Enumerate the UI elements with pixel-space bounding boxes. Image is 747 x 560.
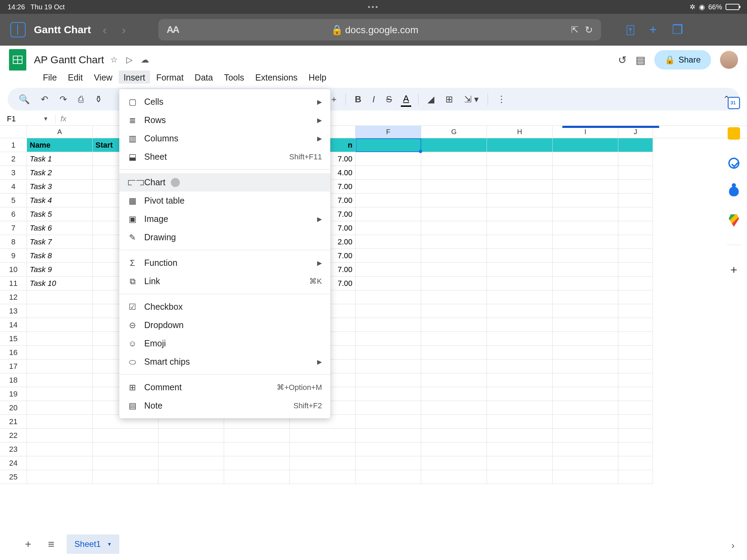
cell[interactable] [553, 360, 618, 373]
menu-file[interactable]: File [38, 71, 62, 84]
cell[interactable] [618, 180, 653, 194]
insert-menu-checkbox[interactable]: ☑Checkbox [119, 298, 330, 316]
cell[interactable] [93, 456, 158, 470]
cell[interactable] [356, 401, 421, 415]
cell[interactable] [487, 207, 553, 221]
cell[interactable] [553, 456, 618, 470]
row-header[interactable]: 9 [0, 249, 27, 263]
undo-icon[interactable]: ↶ [39, 93, 50, 106]
cell[interactable] [356, 290, 421, 304]
cell[interactable] [356, 277, 421, 290]
insert-menu-function[interactable]: ΣFunction▶ [119, 254, 330, 272]
text-size-button[interactable]: AA [167, 24, 178, 35]
cell[interactable] [487, 373, 553, 387]
spreadsheet-grid[interactable]: ABCDEFGHIJ 1NameStartn2Task 17.003Task 2… [0, 126, 747, 484]
cell[interactable] [618, 277, 653, 290]
insert-menu-chart[interactable]: ⫍⫎Chart [119, 173, 330, 192]
insert-menu-smart-chips[interactable]: ⬭Smart chips▶ [119, 353, 330, 371]
row-header[interactable]: 10 [0, 263, 27, 277]
row-header[interactable]: 17 [0, 360, 27, 373]
cell[interactable] [27, 346, 93, 360]
cell[interactable] [356, 180, 421, 194]
cell[interactable]: Task 6 [27, 221, 93, 235]
cell[interactable] [27, 373, 93, 387]
cell[interactable] [421, 373, 487, 387]
cell[interactable] [27, 470, 93, 484]
cell[interactable] [487, 387, 553, 401]
cell[interactable] [487, 304, 553, 318]
insert-menu-link[interactable]: ⧉Link⌘K [119, 272, 330, 290]
insert-menu-columns[interactable]: ▥Columns▶ [119, 129, 330, 148]
star-icon[interactable]: ☆ [110, 55, 118, 65]
insert-menu-sheet[interactable]: ⬓SheetShift+F11 [119, 148, 330, 166]
cell[interactable] [487, 346, 553, 360]
cell[interactable] [618, 235, 653, 249]
row-header[interactable]: 11 [0, 277, 27, 290]
cell[interactable] [356, 263, 421, 277]
cell[interactable] [421, 166, 487, 180]
cell[interactable] [27, 290, 93, 304]
cell[interactable] [553, 207, 618, 221]
chevron-down-icon[interactable]: ▼ [107, 541, 112, 547]
cell[interactable] [421, 401, 487, 415]
cell[interactable] [356, 318, 421, 332]
cell[interactable] [618, 221, 653, 235]
cell[interactable] [421, 221, 487, 235]
cell[interactable]: Task 7 [27, 235, 93, 249]
cell[interactable] [487, 277, 553, 290]
cell[interactable] [93, 470, 158, 484]
cell[interactable] [356, 235, 421, 249]
column-header-F[interactable]: F [356, 126, 421, 138]
strikethrough-icon[interactable]: S [384, 93, 394, 106]
bold-icon[interactable]: B [353, 93, 363, 106]
cell[interactable] [224, 442, 290, 456]
maps-app-icon[interactable] [729, 214, 739, 227]
cell[interactable] [618, 373, 653, 387]
cell[interactable] [27, 304, 93, 318]
cell[interactable] [618, 138, 653, 152]
explore-arrow-icon[interactable]: › [731, 540, 735, 551]
cell[interactable] [553, 180, 618, 194]
cell[interactable] [27, 401, 93, 415]
row-header[interactable]: 22 [0, 429, 27, 442]
row-header[interactable]: 16 [0, 346, 27, 360]
cell[interactable] [487, 235, 553, 249]
cell[interactable] [27, 318, 93, 332]
cell[interactable] [553, 277, 618, 290]
cell[interactable] [356, 207, 421, 221]
row-header[interactable]: 25 [0, 470, 27, 484]
safari-sidebar-button[interactable] [10, 22, 26, 37]
cell[interactable] [487, 180, 553, 194]
reload-icon[interactable]: ↻ [585, 24, 593, 36]
cell[interactable] [421, 138, 487, 152]
increase-font-icon[interactable]: + [329, 93, 339, 106]
cell[interactable] [553, 332, 618, 346]
cell[interactable] [618, 456, 653, 470]
cell[interactable] [487, 442, 553, 456]
comments-icon[interactable]: ▤ [636, 54, 645, 66]
cell[interactable] [356, 346, 421, 360]
cell[interactable] [27, 387, 93, 401]
text-color-icon[interactable]: A [401, 92, 411, 107]
cell[interactable] [618, 290, 653, 304]
menu-extensions[interactable]: Extensions [250, 71, 302, 84]
add-sheet-button[interactable]: + [21, 536, 36, 553]
cell[interactable] [356, 442, 421, 456]
cell[interactable] [618, 360, 653, 373]
cell[interactable]: Task 2 [27, 166, 93, 180]
cell[interactable] [421, 249, 487, 263]
cell[interactable] [356, 221, 421, 235]
cell[interactable] [553, 470, 618, 484]
cell[interactable] [224, 456, 290, 470]
cell[interactable] [158, 442, 224, 456]
cell[interactable] [421, 470, 487, 484]
row-header[interactable]: 2 [0, 152, 27, 166]
chevron-down-icon[interactable]: ▼ [43, 116, 48, 122]
insert-menu-note[interactable]: ▤NoteShift+F2 [119, 396, 330, 415]
account-avatar[interactable] [720, 51, 738, 69]
cell[interactable] [356, 304, 421, 318]
insert-menu-emoji[interactable]: ☺Emoji [119, 334, 330, 353]
add-addon-icon[interactable]: + [730, 263, 737, 277]
cell[interactable] [553, 415, 618, 429]
column-header-A[interactable]: A [27, 126, 93, 138]
